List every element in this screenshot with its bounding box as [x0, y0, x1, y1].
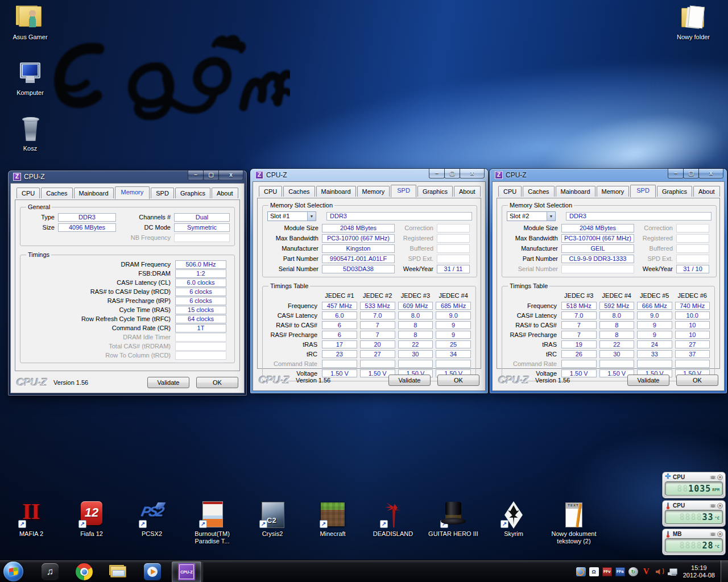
- table-cell: 666 MHz: [637, 302, 672, 310]
- desktop-shortcut-icon[interactable]: ↗ Minecraft: [303, 501, 363, 545]
- tab[interactable]: Graphics: [417, 186, 453, 197]
- maximize-button[interactable]: ▢: [444, 169, 460, 178]
- field-row: Type DDR3 Channels # Dual: [25, 212, 230, 222]
- minimize-button[interactable]: –: [429, 169, 445, 178]
- tab[interactable]: Memory: [597, 186, 630, 197]
- taskbar-button[interactable]: [69, 562, 99, 582]
- slot-select[interactable]: Slot #1 ▼: [267, 211, 316, 221]
- hw-monitor-gadget[interactable]: MB × 8888 28 °C: [662, 529, 726, 555]
- tray-icon[interactable]: V: [642, 567, 651, 576]
- ok-button[interactable]: OK: [676, 375, 718, 386]
- icon-badge-text: TEXT: [566, 504, 580, 507]
- field-value: DDR3: [58, 213, 116, 222]
- tray-icon[interactable]: [576, 567, 586, 576]
- field-value: 4096 MBytes: [58, 223, 116, 232]
- app-icon: ↗: [379, 501, 407, 529]
- gadget-link-icon[interactable]: [710, 476, 716, 479]
- field-row: Manufacturer GEIL Buffered: [507, 243, 712, 253]
- desktop-shortcut-icon[interactable]: ↗ Fiafa 12: [61, 501, 122, 545]
- tray-icon[interactable]: FFa: [615, 567, 625, 576]
- tab[interactable]: CPU: [259, 186, 282, 197]
- validate-button[interactable]: Validate: [147, 377, 189, 388]
- maximize-button[interactable]: ▢: [203, 171, 219, 180]
- hw-monitor-gadget[interactable]: CPU × 88 1035 RPM: [662, 472, 726, 498]
- taskbar-clock[interactable]: 15:19 2012-04-08: [683, 564, 715, 579]
- slot-select[interactable]: Slot #2 ▼: [507, 211, 556, 221]
- hw-monitor-gadget[interactable]: CPU × 8888 33 °C: [662, 500, 726, 527]
- column-header: JEDEC #3: [398, 292, 433, 299]
- desktop-icon-asus-gamer[interactable]: ↗ Asus Gamer: [6, 5, 55, 41]
- validate-button[interactable]: Validate: [627, 375, 669, 386]
- table-cell: 17: [322, 340, 357, 348]
- tab[interactable]: Mainboard: [316, 186, 356, 197]
- show-desktop-button[interactable]: [721, 560, 728, 582]
- taskbar-button[interactable]: [35, 562, 65, 582]
- tab[interactable]: Caches: [523, 186, 554, 197]
- tray-icon[interactable]: [628, 567, 638, 576]
- chevron-down-icon[interactable]: ▼: [547, 212, 555, 221]
- tab[interactable]: About: [693, 186, 720, 197]
- gadget-close-icon[interactable]: ×: [717, 531, 723, 537]
- desktop-shortcut-icon[interactable]: ↗ GUITAR HERO III: [423, 501, 483, 545]
- taskbar-button[interactable]: [138, 562, 167, 582]
- window-title: CPU-Z: [24, 173, 45, 181]
- desktop-shortcut-icon[interactable]: ↗ Skyrim: [483, 501, 544, 545]
- gadget-close-icon[interactable]: ×: [717, 503, 723, 509]
- row-label: RAS# to CAS#: [507, 322, 561, 329]
- tab[interactable]: CPU: [498, 186, 522, 197]
- table-cell: 33: [637, 350, 672, 358]
- taskbar-button[interactable]: [104, 562, 133, 582]
- gadget-link-icon[interactable]: [710, 533, 716, 536]
- window-titlebar[interactable]: Z CPU-Z – ▢ x: [253, 169, 486, 181]
- start-button[interactable]: [3, 562, 23, 581]
- gadget-close-icon[interactable]: ×: [717, 475, 723, 480]
- tab[interactable]: Memory: [357, 186, 390, 197]
- tab[interactable]: CPU: [16, 188, 40, 198]
- ok-button[interactable]: OK: [196, 377, 238, 388]
- tray-icon[interactable]: FFv: [602, 567, 612, 576]
- minimize-button[interactable]: –: [668, 169, 684, 178]
- taskbar-button[interactable]: CPU-Z: [172, 562, 201, 582]
- tab[interactable]: SPD: [630, 185, 656, 197]
- tab[interactable]: Graphics: [657, 186, 692, 197]
- maximize-button[interactable]: ▢: [683, 169, 699, 178]
- field-label: Module Size: [267, 225, 322, 231]
- tab[interactable]: About: [212, 188, 238, 198]
- field-label: Max Bandwidth: [507, 235, 561, 242]
- close-button[interactable]: x: [218, 171, 243, 180]
- tab[interactable]: Mainboard: [74, 188, 114, 198]
- tab[interactable]: About: [454, 186, 481, 197]
- desktop-shortcut-icon[interactable]: ↗ MAFIA 2: [1, 501, 61, 545]
- desktop-shortcut-icon[interactable]: ↗ Crysis2: [242, 501, 303, 545]
- close-button[interactable]: x: [698, 169, 723, 178]
- tab[interactable]: Caches: [283, 186, 315, 197]
- close-button[interactable]: x: [460, 169, 485, 178]
- row-label: CAS# Latency: [267, 312, 322, 319]
- desktop-icon-kosz[interactable]: ↗ Kosz: [6, 116, 55, 152]
- desktop-shortcut-icon[interactable]: TEXT ↗ Nowy dokument tekstowy (2): [544, 501, 604, 545]
- desktop-shortcut-icon[interactable]: ↗ Burnout(TM) Paradise T...: [182, 501, 242, 545]
- desktop-shortcut-icon[interactable]: ↗ DEADISLAND: [363, 501, 423, 545]
- tab[interactable]: Graphics: [175, 188, 210, 198]
- tray-icon[interactable]: [668, 567, 677, 576]
- desktop-icon-komputer[interactable]: ↗ Komputer: [6, 60, 55, 97]
- table-cell: 25: [436, 340, 471, 348]
- window-titlebar[interactable]: Z CPU-Z – ▢ x: [10, 171, 245, 183]
- ok-button[interactable]: OK: [437, 375, 479, 386]
- field-label: NB Frequency: [116, 234, 174, 241]
- field-row: DRAM Idle Timer: [25, 332, 230, 342]
- validate-button[interactable]: Validate: [388, 375, 431, 386]
- tray-icon[interactable]: [589, 567, 599, 576]
- desktop-icon-nowy-folder[interactable]: ↗ Nowy folder: [669, 5, 718, 41]
- tab[interactable]: Memory: [115, 186, 150, 199]
- tab[interactable]: Caches: [41, 188, 72, 198]
- tab[interactable]: SPD: [391, 185, 416, 197]
- tab[interactable]: SPD: [151, 188, 174, 198]
- window-titlebar[interactable]: Z CPU-Z – ▢ x: [492, 169, 725, 181]
- tab[interactable]: Mainboard: [556, 186, 595, 197]
- chevron-down-icon[interactable]: ▼: [307, 212, 316, 221]
- tray-icon[interactable]: [655, 567, 664, 576]
- minimize-button[interactable]: –: [188, 171, 204, 180]
- gadget-link-icon[interactable]: [710, 504, 716, 508]
- desktop-shortcut-icon[interactable]: ↗ PCSX2: [122, 501, 182, 545]
